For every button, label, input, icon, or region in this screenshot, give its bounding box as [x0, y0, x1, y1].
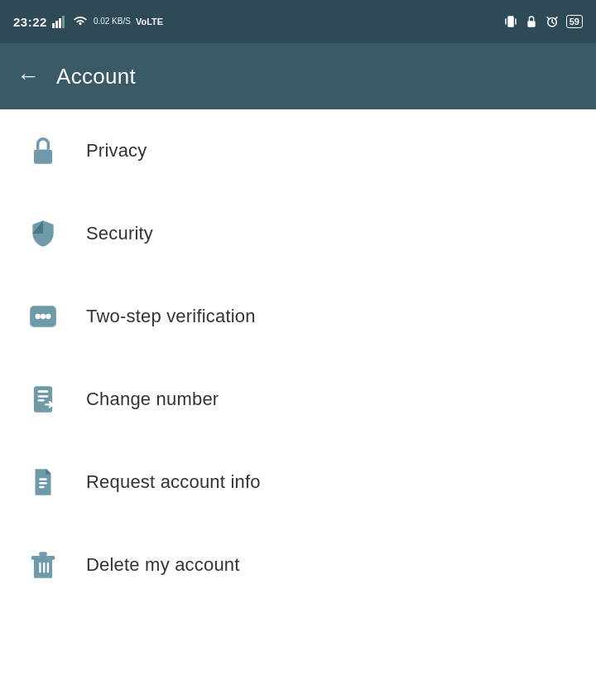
svg-rect-1 [55, 21, 58, 28]
privacy-icon [25, 133, 61, 169]
svg-rect-17 [38, 399, 45, 401]
battery-indicator: 59 [566, 15, 583, 28]
svg-rect-9 [34, 149, 52, 163]
lock-status-icon [525, 14, 538, 29]
page-title: Account [56, 64, 136, 89]
menu-item-delete-account[interactable]: Delete my account [0, 524, 596, 606]
alarm-icon [545, 14, 560, 29]
status-right: 59 [503, 14, 583, 29]
change-number-icon [25, 381, 61, 418]
data-speed: 0.02 KB/S [94, 17, 131, 27]
menu-item-two-step[interactable]: Two-step verification [0, 275, 596, 358]
request-info-icon [25, 464, 61, 500]
two-step-label: Two-step verification [86, 306, 256, 327]
vibrate-icon [503, 14, 518, 29]
svg-rect-16 [38, 395, 49, 397]
svg-rect-6 [515, 18, 517, 25]
wifi-icon [72, 15, 89, 28]
svg-rect-24 [39, 562, 41, 573]
svg-rect-18 [39, 478, 47, 480]
svg-point-13 [46, 314, 50, 319]
status-bar: 23:22 0.02 KB/S VoLTE [0, 0, 596, 43]
change-number-label: Change number [86, 389, 219, 410]
menu-item-request-info[interactable]: Request account info [0, 441, 596, 524]
security-label: Security [86, 223, 153, 244]
menu-item-change-number[interactable]: Change number [0, 358, 596, 441]
svg-rect-3 [62, 16, 65, 28]
request-info-label: Request account info [86, 471, 261, 493]
menu-item-security[interactable]: Security [0, 192, 596, 275]
svg-rect-4 [507, 16, 514, 27]
network-type: VoLTE [136, 17, 163, 27]
delete-account-label: Delete my account [86, 554, 240, 576]
svg-rect-25 [43, 562, 45, 573]
svg-rect-20 [39, 486, 44, 488]
menu-item-privacy[interactable]: Privacy [0, 109, 596, 192]
back-button[interactable]: ← [17, 65, 40, 88]
svg-rect-15 [38, 390, 49, 393]
svg-point-11 [36, 314, 41, 319]
two-step-icon [25, 298, 61, 335]
svg-rect-22 [31, 556, 55, 560]
privacy-label: Privacy [86, 140, 147, 162]
svg-rect-19 [39, 482, 47, 484]
svg-rect-26 [47, 562, 49, 573]
app-bar: ← Account [0, 43, 596, 109]
status-left: 23:22 0.02 KB/S VoLTE [13, 15, 163, 29]
delete-account-icon [25, 547, 61, 583]
svg-rect-2 [59, 18, 61, 28]
security-icon [25, 215, 61, 252]
signal-icon [52, 15, 67, 28]
battery-level: 59 [570, 17, 579, 27]
svg-rect-0 [52, 23, 55, 28]
status-time: 23:22 [13, 15, 47, 29]
svg-rect-5 [505, 18, 507, 25]
svg-rect-7 [527, 21, 535, 27]
menu-list: Privacy Security Two-step verification [0, 109, 596, 606]
svg-rect-23 [39, 552, 47, 556]
svg-point-12 [41, 314, 46, 319]
